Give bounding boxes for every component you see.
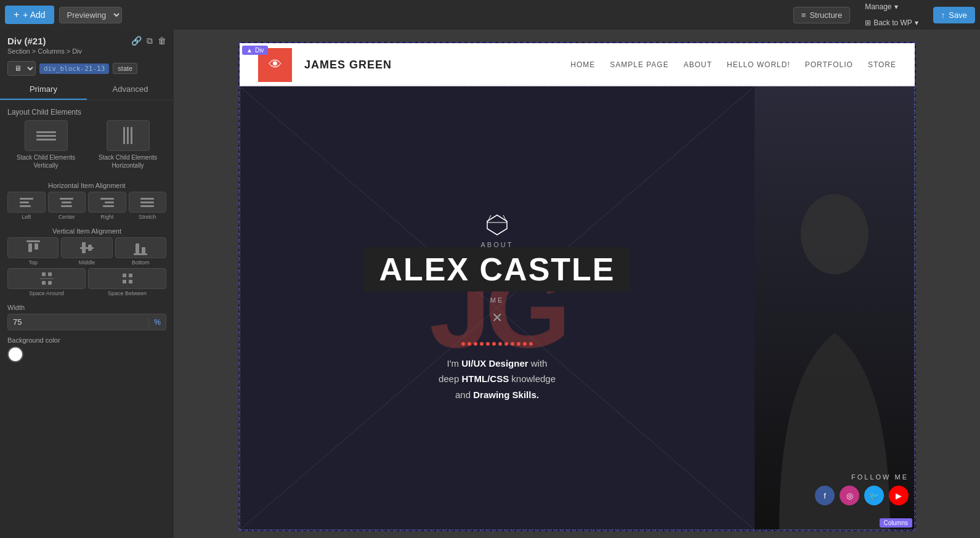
dot-12 xyxy=(529,342,533,346)
topbar-right: ≡ Structure Manage ▾ ⊞ Back to WP ▾ ↑ Sa… xyxy=(793,0,975,30)
valign-top-icon xyxy=(7,237,59,258)
desc-bold-2: HTML/CSS xyxy=(461,373,509,384)
valign-space-between-cell[interactable]: Space Between xyxy=(88,268,166,296)
div-badge[interactable]: ▲ Div xyxy=(242,46,268,55)
link-icon[interactable]: 🔗 xyxy=(131,36,142,46)
dot-4 xyxy=(480,342,484,346)
vertical-align-grid-top: Top Middle Bottom xyxy=(0,237,174,268)
nav-link-home[interactable]: HOME xyxy=(570,60,595,69)
dot-2 xyxy=(468,342,471,346)
nav-link-portfolio[interactable]: PORTFOLIO xyxy=(805,60,853,69)
diamond-icon xyxy=(486,214,508,238)
valign-bottom-cell[interactable]: Bottom xyxy=(115,237,166,266)
svg-rect-26 xyxy=(123,274,126,277)
align-center-cell[interactable]: Center xyxy=(48,192,86,220)
horizontal-alignment-label: Horizontal Item Alignment xyxy=(0,177,174,192)
canvas[interactable]: ▲ Div 👁 JAMES GREEN HOME SAMPLE PAGE ABO… xyxy=(174,30,980,538)
icon-line-3 xyxy=(36,139,56,141)
columns-badge[interactable]: Columns xyxy=(880,518,912,528)
stack-vertical-item[interactable]: Stack Child Elements Vertically xyxy=(7,120,84,169)
width-input[interactable] xyxy=(8,314,148,330)
sidebar-header: Div (#21) 🔗 ⧉ 🗑 Section > Columns > Div xyxy=(0,30,174,57)
layout-grid: Stack Child Elements Vertically Stack Ch… xyxy=(0,120,174,177)
vertical-alignment-label: Vertical Item Alignment xyxy=(0,222,174,237)
nav-link-hello[interactable]: HELLO WORLD! xyxy=(727,60,790,69)
valign-top-cell[interactable]: Top xyxy=(7,237,59,266)
icon-vline-2 xyxy=(127,127,129,144)
svg-rect-10 xyxy=(140,202,154,203)
social-icons: f ◎ 🐦 ▶ xyxy=(815,486,909,505)
device-select[interactable]: 🖥 xyxy=(7,61,36,76)
valign-space-around-icon xyxy=(7,268,86,289)
facebook-icon[interactable]: f xyxy=(815,486,835,505)
svg-rect-1 xyxy=(20,202,29,203)
state-button[interactable]: state xyxy=(113,63,137,74)
main-area: Div (#21) 🔗 ⧉ 🗑 Section > Columns > Div … xyxy=(0,30,980,538)
valign-middle-cell[interactable]: Middle xyxy=(61,237,112,266)
me-label: ME xyxy=(490,296,504,304)
copy-icon[interactable]: ⧉ xyxy=(147,36,153,46)
site-brand: JAMES GREEN xyxy=(304,59,392,71)
icon-line-2 xyxy=(36,135,56,137)
vertical-align-grid-bottom: Space Around Space Between xyxy=(0,268,174,299)
save-button[interactable]: ↑ Save xyxy=(933,7,975,23)
dots-line xyxy=(461,342,533,346)
dot-1 xyxy=(461,342,465,346)
structure-icon: ≡ xyxy=(801,10,806,20)
manage-button[interactable]: Manage ▾ xyxy=(857,0,926,14)
icon-vline-3 xyxy=(131,127,132,144)
svg-rect-16 xyxy=(82,242,86,253)
stack-horizontal-item[interactable]: Stack Child Elements Horizontally xyxy=(89,120,166,169)
wp-icon: ⊞ xyxy=(865,18,871,27)
person-silhouette xyxy=(755,86,915,530)
align-stretch-cell[interactable]: Stretch xyxy=(129,192,167,220)
nav-link-store[interactable]: STORE xyxy=(868,60,896,69)
stack-horizontal-icon-box xyxy=(107,120,150,151)
tab-advanced[interactable]: Advanced xyxy=(87,79,174,100)
website-preview: ▲ Div 👁 JAMES GREEN HOME SAMPLE PAGE ABO… xyxy=(238,42,916,531)
valign-space-between-label: Space Between xyxy=(108,290,147,296)
bg-color-swatch[interactable] xyxy=(7,346,23,362)
dot-3 xyxy=(474,342,477,346)
preview-select[interactable]: Previewing xyxy=(59,7,122,23)
valign-bottom-icon xyxy=(115,237,166,258)
desc-bold-3: Drawing Skills. xyxy=(473,389,539,400)
element-title: Div (#21) xyxy=(7,36,46,46)
width-label: Width xyxy=(7,304,166,311)
structure-button[interactable]: ≡ Structure xyxy=(793,7,850,23)
align-left-cell[interactable]: Left xyxy=(7,192,46,220)
dot-7 xyxy=(498,342,502,346)
dot-6 xyxy=(492,342,496,346)
svg-rect-0 xyxy=(20,198,33,200)
nav-link-about[interactable]: ABOUT xyxy=(684,60,712,69)
tab-primary[interactable]: Primary xyxy=(0,79,87,100)
stack-vertical-icon-box xyxy=(25,120,68,151)
valign-space-around-cell[interactable]: Space Around xyxy=(7,268,86,296)
svg-rect-18 xyxy=(134,253,147,255)
width-field-row: Width % xyxy=(0,299,174,333)
align-right-label: Right xyxy=(100,214,113,220)
svg-rect-23 xyxy=(42,281,46,285)
svg-rect-13 xyxy=(28,243,32,252)
svg-rect-5 xyxy=(61,205,72,207)
width-unit: % xyxy=(148,318,166,327)
backwp-button[interactable]: ⊞ Back to WP ▾ xyxy=(857,15,926,30)
site-nav: 👁 JAMES GREEN HOME SAMPLE PAGE ABOUT HEL… xyxy=(240,43,915,86)
dot-5 xyxy=(486,342,490,346)
youtube-icon[interactable]: ▶ xyxy=(889,486,909,505)
align-left-label: Left xyxy=(22,214,31,220)
sidebar: Div (#21) 🔗 ⧉ 🗑 Section > Columns > Div … xyxy=(0,30,174,538)
nav-link-sample[interactable]: SAMPLE PAGE xyxy=(610,60,668,69)
big-name: ALEX CASTLE xyxy=(364,247,630,291)
stack-horizontal-icon xyxy=(107,121,149,150)
add-button[interactable]: + + Add xyxy=(5,6,54,24)
save-icon: ↑ xyxy=(941,10,946,20)
twitter-icon[interactable]: 🐦 xyxy=(864,486,884,505)
delete-icon[interactable]: 🗑 xyxy=(158,36,166,46)
align-right-cell[interactable]: Right xyxy=(88,192,126,220)
valign-top-label: Top xyxy=(28,259,38,266)
instagram-icon[interactable]: ◎ xyxy=(840,486,859,505)
id-badge: div_block-21-13 xyxy=(39,63,109,74)
follow-label: FOLLOW ME xyxy=(851,473,909,481)
manage-chevron-icon: ▾ xyxy=(894,2,898,11)
